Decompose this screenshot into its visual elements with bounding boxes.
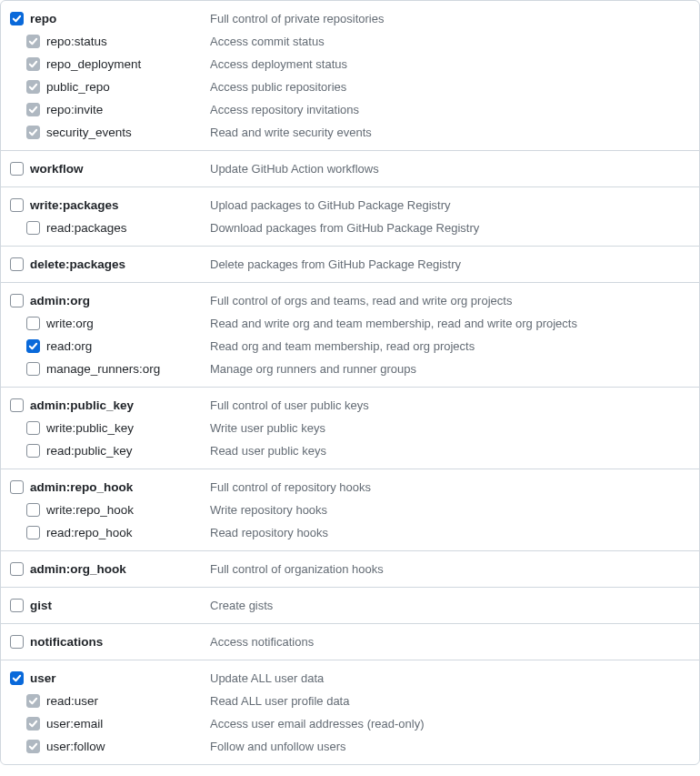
scope-name: delete:packages (30, 257, 125, 271)
scope-name: read:org (46, 339, 92, 353)
scope-group-workflow: workflow Update GitHub Action workflows (1, 150, 699, 186)
scope-checkbox[interactable] (26, 80, 40, 94)
scope-child-manage-runners-org: manage_runners:org Manage org runners an… (10, 358, 690, 380)
scope-name: write:public_key (46, 421, 134, 435)
scope-label-col: repo:invite (26, 103, 210, 116)
scope-label-col: admin:org (10, 294, 210, 307)
scope-name: security_events (46, 126, 132, 139)
scope-child-public-repo: public_repo Access public repositories (10, 76, 690, 98)
scope-parent-repo: repo Full control of private repositorie… (10, 7, 690, 30)
scope-name: workflow (30, 162, 84, 176)
scope-description: Upload packages to GitHub Package Regist… (210, 198, 450, 212)
scope-checkbox[interactable] (26, 103, 40, 116)
scope-description: Read ALL user profile data (210, 694, 349, 708)
scope-checkbox[interactable] (10, 162, 24, 176)
scope-checkbox[interactable] (10, 480, 24, 494)
scope-name: read:repo_hook (46, 526, 133, 539)
scope-description: Full control of orgs and teams, read and… (210, 294, 512, 307)
scope-label-col: read:packages (26, 221, 210, 235)
scope-checkbox[interactable] (10, 562, 24, 576)
scope-label-col: repo_deployment (26, 57, 210, 71)
scope-label-col: delete:packages (10, 257, 210, 271)
scope-label-col: user:follow (26, 740, 210, 753)
scope-checkbox[interactable] (26, 362, 40, 376)
scope-group-user: user Update ALL user data read:user Read… (1, 660, 699, 764)
scope-label-col: admin:public_key (10, 398, 210, 412)
scope-description: Read and write security events (210, 126, 372, 139)
scope-name: notifications (30, 635, 103, 649)
scope-checkbox[interactable] (26, 421, 40, 435)
scope-name: repo_deployment (46, 57, 141, 71)
scope-checkbox[interactable] (26, 35, 40, 48)
scope-label-col: write:packages (10, 198, 210, 212)
scope-parent-user: user Update ALL user data (10, 667, 690, 690)
scope-child-write-org: write:org Read and write org and team me… (10, 312, 690, 335)
scope-checkbox[interactable] (10, 671, 24, 685)
scope-checkbox[interactable] (10, 198, 24, 212)
scope-parent-admin-org-hook: admin:org_hook Full control of organizat… (10, 558, 690, 580)
scope-group-admin-public-key: admin:public_key Full control of user pu… (1, 387, 699, 469)
scope-description: Access user email addresses (read-only) (210, 717, 425, 731)
scope-child-read-org: read:org Read org and team membership, r… (10, 335, 690, 358)
scope-label-col: workflow (10, 162, 210, 176)
scope-checkbox[interactable] (10, 635, 24, 649)
scope-description: Read user public keys (210, 444, 326, 458)
scope-group-admin-org-hook: admin:org_hook Full control of organizat… (1, 550, 699, 587)
scope-label-col: user:email (26, 717, 210, 731)
scope-description: Write repository hooks (210, 503, 327, 517)
scope-description: Access repository invitations (210, 103, 359, 116)
scope-checkbox[interactable] (26, 317, 40, 330)
scope-child-repo-invite: repo:invite Access repository invitation… (10, 98, 690, 121)
scope-child-repo-status: repo:status Access commit status (10, 30, 690, 53)
scope-label-col: manage_runners:org (26, 362, 210, 376)
scope-label-col: read:public_key (26, 444, 210, 458)
scope-checkbox[interactable] (26, 57, 40, 71)
scope-name: write:org (46, 317, 94, 330)
scope-name: gist (30, 599, 52, 612)
scope-checkbox[interactable] (26, 740, 40, 753)
scope-checkbox[interactable] (26, 339, 40, 353)
scope-label-col: repo:status (26, 35, 210, 48)
scope-group-notifications: notifications Access notifications (1, 623, 699, 660)
scope-checkbox[interactable] (26, 694, 40, 708)
scope-name: admin:org (30, 294, 90, 307)
scope-child-user-email: user:email Access user email addresses (… (10, 712, 690, 735)
scope-name: user:email (46, 717, 103, 731)
scope-label-col: repo (10, 12, 210, 25)
scope-description: Access deployment status (210, 57, 347, 71)
scope-checkbox[interactable] (10, 257, 24, 271)
scope-description: Access commit status (210, 35, 325, 48)
scope-parent-admin-repo-hook: admin:repo_hook Full control of reposito… (10, 476, 690, 499)
scope-checkbox[interactable] (10, 12, 24, 25)
scope-checkbox[interactable] (10, 599, 24, 612)
scope-label-col: write:org (26, 317, 210, 330)
scope-description: Access public repositories (210, 80, 346, 94)
scope-description: Create gists (210, 599, 273, 612)
scope-name: admin:repo_hook (30, 480, 133, 494)
scope-name: manage_runners:org (46, 362, 160, 376)
scope-checkbox[interactable] (26, 126, 40, 139)
scope-checkbox[interactable] (10, 398, 24, 412)
scope-label-col: read:user (26, 694, 210, 708)
scope-name: read:user (46, 694, 98, 708)
scope-label-col: public_repo (26, 80, 210, 94)
scope-name: user:follow (46, 740, 105, 753)
scope-checkbox[interactable] (10, 294, 24, 307)
scope-child-read-user: read:user Read ALL user profile data (10, 690, 690, 712)
scope-checkbox[interactable] (26, 503, 40, 517)
scope-parent-write-packages: write:packages Upload packages to GitHub… (10, 194, 690, 217)
scope-list: repo Full control of private repositorie… (0, 0, 700, 765)
scope-checkbox[interactable] (26, 526, 40, 539)
scope-checkbox[interactable] (26, 444, 40, 458)
scope-name: admin:public_key (30, 398, 134, 412)
scope-checkbox[interactable] (26, 221, 40, 235)
scope-name: read:packages (46, 221, 127, 235)
scope-checkbox[interactable] (26, 717, 40, 731)
scope-description: Update ALL user data (210, 671, 324, 685)
scope-label-col: user (10, 671, 210, 685)
scope-child-user-follow: user:follow Follow and unfollow users (10, 735, 690, 758)
scope-description: Full control of user public keys (210, 398, 369, 412)
scope-description: Full control of organization hooks (210, 562, 384, 576)
scope-description: Follow and unfollow users (210, 740, 346, 753)
scope-description: Manage org runners and runner groups (210, 362, 416, 376)
